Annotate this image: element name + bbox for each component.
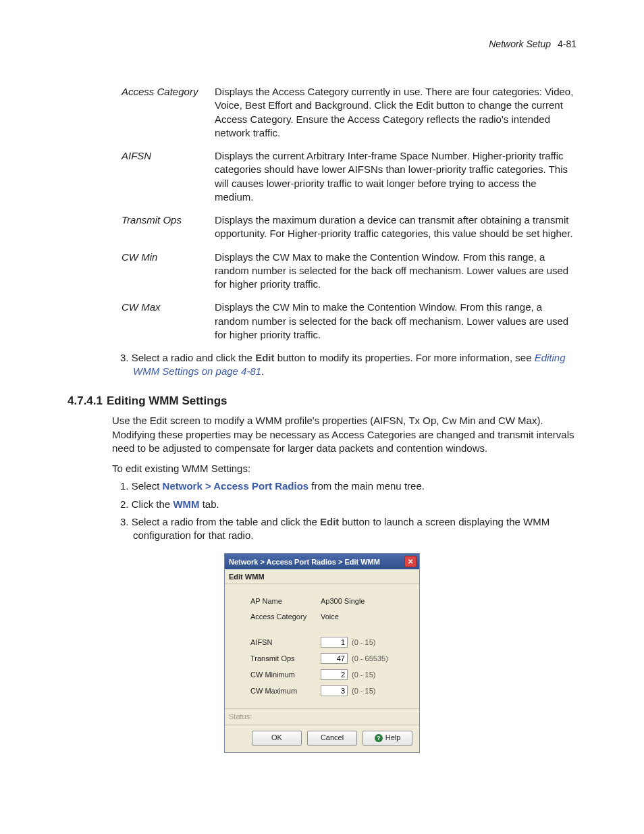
step-text: 1. Select [120,480,163,492]
step-item: 1. Select Network > Access Port Radios f… [120,479,576,493]
field-label: CW Minimum [250,670,321,680]
step-text: 3. Select a radio from the table and cli… [120,516,320,527]
field-row: Transmit Ops (0 - 65535) [250,653,406,664]
section-number: 4.7.4.1 [68,394,107,409]
help-icon: ? [375,734,383,742]
aifsn-input[interactable] [321,637,348,648]
def-label: CW Max [122,301,215,342]
def-desc: Displays the CW Min to make the Contenti… [215,301,576,342]
def-label: AIFSN [122,149,215,204]
range-hint: (0 - 65535) [352,654,388,662]
dialog-body: AP Name Ap300 Single Access Category Voi… [225,584,419,708]
def-label: Transmit Ops [122,213,215,241]
def-desc: Displays the maximum duration a device c… [215,213,576,241]
def-desc: Displays the Access Category currently i… [215,85,576,140]
table-row: AIFSN Displays the current Arbitrary Int… [122,149,576,204]
step-text: 3. Select a radio and click the [120,352,255,363]
dialog-subtitle: Edit WMM [225,569,419,584]
table-row: Transmit Ops Displays the maximum durati… [122,213,576,241]
status-bar: Status: [225,708,419,725]
def-label: Access Category [122,85,215,140]
button-label: Help [385,733,401,743]
range-hint: (0 - 15) [352,638,375,646]
step-text: from the main menu tree. [308,480,425,492]
dialog-titlebar: Network > Access Port Radios > Edit WMM … [225,554,419,569]
paragraph: To edit existing WMM Settings: [112,462,576,475]
def-label: CW Min [122,251,215,292]
field-row: CW Minimum (0 - 15) [250,669,406,680]
edit-wmm-dialog: Network > Access Port Radios > Edit WMM … [224,553,420,752]
running-header: Network Setup 4-81 [489,38,576,51]
range-hint: (0 - 15) [352,687,375,695]
step-text: . [261,365,264,377]
field-row: AIFSN (0 - 15) [250,637,406,648]
button-label: OK [271,733,282,743]
table-row: CW Min Displays the CW Max to make the C… [122,251,576,292]
field-value: Ap300 Single [321,596,406,606]
def-desc: Displays the CW Max to make the Contenti… [215,251,576,292]
step-text: button to modify its properties. For mor… [274,352,534,363]
document-page: Network Setup 4-81 Access Category Displ… [0,0,644,834]
field-row: CW Maximum (0 - 15) [250,685,406,696]
header-page: 4-81 [558,38,576,49]
help-button[interactable]: ?Help [363,731,412,746]
table-row: CW Max Displays the CW Min to make the C… [122,301,576,342]
paragraph: Use the Edit screen to modify a WMM prof… [112,414,576,455]
field-label: AIFSN [250,637,321,648]
cw-min-input[interactable] [321,669,348,680]
step-item: 3. Select a radio from the table and cli… [120,515,576,543]
section-heading: 4.7.4.1Editing WMM Settings [68,394,576,409]
cancel-button[interactable]: Cancel [307,731,357,746]
section-title: Editing WMM Settings [107,394,227,407]
header-section: Network Setup [489,38,551,49]
button-label: Cancel [321,733,344,743]
field-label: Transmit Ops [250,654,321,664]
definition-table: Access Category Displays the Access Cate… [122,85,576,342]
tab-name: WMM [173,498,199,510]
edit-keyword: Edit [320,516,339,527]
step-text: 2. Click the [120,498,173,510]
field-value: Voice [321,612,406,622]
step-text: tab. [200,498,219,510]
field-row: AP Name Ap300 Single [250,596,406,606]
dialog-button-bar: OK Cancel ?Help [225,725,419,752]
edit-keyword: Edit [255,352,274,363]
step-item: 3. Select a radio and click the Edit but… [120,351,576,379]
transmit-ops-input[interactable] [321,653,348,664]
field-label: Access Category [250,612,321,622]
field-row: Access Category Voice [250,612,406,622]
field-label: AP Name [250,596,321,606]
step-item: 2. Click the WMM tab. [120,498,576,511]
def-desc: Displays the current Arbitrary Inter-fra… [215,149,576,204]
field-label: CW Maximum [250,686,321,696]
nav-path: Network > Access Port Radios [163,480,309,492]
close-icon[interactable]: ✕ [404,556,417,567]
range-hint: (0 - 15) [352,671,375,679]
ok-button[interactable]: OK [252,731,302,746]
cw-max-input[interactable] [321,685,348,696]
table-row: Access Category Displays the Access Cate… [122,85,576,140]
dialog-title: Network > Access Port Radios > Edit WMM [229,557,380,567]
